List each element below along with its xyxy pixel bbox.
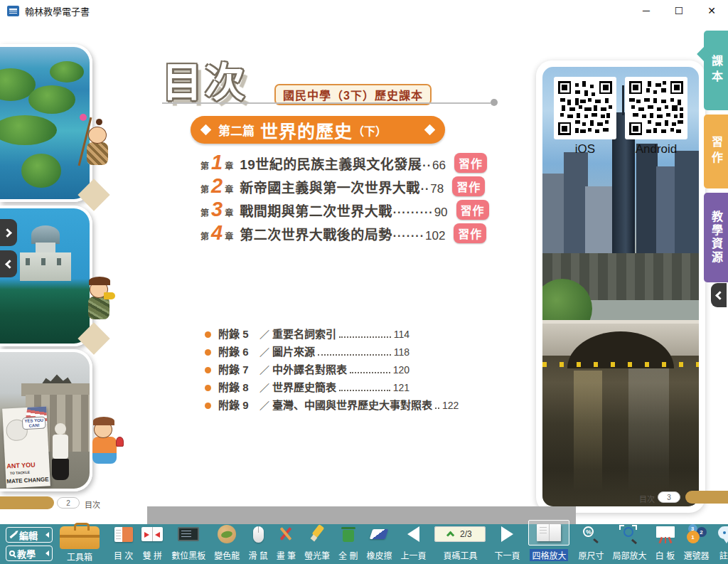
chapter-number: 1 (211, 151, 223, 174)
appendix-separator: ／ (259, 362, 269, 376)
tool-next-page[interactable]: 下一頁 (490, 523, 524, 561)
tool-whiteboard[interactable]: 白 板 (651, 523, 680, 561)
footer-label-right: 目次 (639, 493, 655, 504)
tool-toc[interactable]: 目 次 (109, 523, 137, 561)
dome-building (20, 225, 71, 281)
horizontal-scrollbar[interactable] (147, 506, 576, 524)
tab-teaching-resources[interactable]: 教學資源 (704, 193, 728, 282)
qr-code-android (625, 77, 687, 139)
workbook-badge[interactable]: 習作 (454, 223, 486, 243)
tool-prev-page[interactable]: 上一頁 (396, 523, 430, 561)
left-edge-prev-button[interactable] (0, 250, 17, 277)
trumpet (104, 292, 115, 299)
appendix-page: 122 (442, 400, 459, 411)
appendix-row[interactable]: 附錄 5 ／ 重要名詞索引 114 (205, 326, 410, 344)
poster-speech-bubble: YES YOUCAN! (22, 417, 46, 430)
spear-ornament (80, 114, 87, 121)
tab-textbook[interactable]: 課本 (704, 31, 728, 110)
appendix-page: 114 (394, 329, 410, 340)
chapter-title: 新帝國主義與第一次世界大戰 (240, 177, 420, 196)
chapter-row[interactable]: 第 2 章 新帝國主義與第一次世界大戰 ·· 78 習作 (200, 174, 489, 198)
chapter-title: 戰間期與第二次世界大戰 (240, 201, 392, 220)
workbook-badge[interactable]: 習作 (456, 200, 489, 220)
chapter-row[interactable]: 第 4 章 第二次世界大戰後的局勢 ······· 102 習作 (200, 221, 489, 245)
tool-delete-all[interactable]: 全 刪 (334, 523, 362, 561)
chapter-prefix: 第 (200, 183, 209, 195)
leader-dots: ·· (422, 159, 432, 172)
leader-dots (339, 336, 391, 338)
poster-text: TO TACKLE (10, 470, 30, 475)
right-edge-prev-button[interactable] (711, 283, 727, 307)
chameleon-icon (218, 525, 236, 543)
poster-text: MATE CHANGE (6, 476, 48, 484)
minimize-button[interactable]: ─ (630, 1, 663, 21)
appendix-separator: ／ (259, 344, 269, 358)
appendix-row[interactable]: 附錄 6 ／ 圖片來源 118 (205, 344, 410, 361)
workbook-badge[interactable]: 習作 (454, 153, 487, 173)
chapter-unit: 章 (225, 206, 233, 218)
appendix-row[interactable]: 附錄 8 ／ 世界歷史簡表 121 (205, 379, 410, 397)
bullet-dot-icon (205, 403, 211, 409)
chapter-row[interactable]: 第 1 章 19世紀的民族主義與文化發展 ·· 66 習作 (200, 151, 489, 174)
appendix-separator: ／ (259, 380, 269, 394)
page-number-input[interactable]: 2/3 (434, 526, 486, 542)
magnifier-percent-icon: % (582, 525, 600, 543)
toolbox-button[interactable]: 工具箱 (60, 526, 100, 563)
book-spread: YES YOUCAN! ANT YOU TO TACKLE MATE CHANG… (0, 21, 728, 524)
tool-pen[interactable]: 畫 筆 (272, 523, 300, 561)
tool-number-picker[interactable]: 3 2 1 選號器 (680, 523, 714, 561)
tool-region-zoom[interactable]: 局部放大 (608, 523, 651, 561)
tool-mouse[interactable]: 滑 鼠 (244, 523, 272, 561)
prev-page-icon (407, 526, 419, 542)
blackboard-icon (178, 527, 199, 541)
left-edge-next-button[interactable] (0, 219, 17, 246)
chevron-right-icon (3, 228, 12, 238)
chapter-page: 102 (425, 229, 445, 243)
toc-icon (114, 527, 133, 542)
chapter-row[interactable]: 第 3 章 戰間期與第二次世界大戰 ········· 90 習作 (200, 198, 489, 221)
leader-dots (339, 390, 390, 391)
teach-mode-button[interactable]: 教學 (6, 546, 53, 561)
microphone (116, 437, 124, 447)
chapter-number: 3 (211, 198, 223, 221)
diamond-icon (200, 124, 212, 136)
close-button[interactable]: ✕ (695, 1, 728, 21)
workbook-badge[interactable]: 習作 (452, 176, 485, 196)
footer-gold-bar (0, 496, 54, 509)
tool-annotation[interactable]: 註 釋 (714, 523, 728, 561)
tool-quad-zoom[interactable]: 四格放大 (524, 520, 574, 561)
footer-gold-bar (685, 491, 728, 504)
right-photo-panel: iOS Android (536, 60, 705, 513)
pencil-icon (9, 532, 16, 538)
appendix-list: 附錄 5 ／ 重要名詞索引 114 附錄 6 ／ 圖片來源 118 附錄 7 ／… (205, 326, 410, 415)
tool-original-size[interactable]: % 原尺寸 (574, 523, 608, 561)
tool-eraser[interactable]: 橡皮擦 (362, 523, 396, 561)
tool-dual-page[interactable]: 雙 拼 (137, 523, 167, 561)
river-water (542, 356, 699, 506)
tool-highlighter[interactable]: 螢光筆 (300, 523, 334, 561)
tool-chameleon[interactable]: 變色龍 (210, 523, 244, 561)
maximize-button[interactable]: ☐ (663, 1, 695, 21)
cartoon-tribal-character (78, 127, 108, 165)
toolbox-icon (60, 526, 100, 549)
tool-page-number[interactable]: 2/3 頁碼工具 (430, 523, 490, 561)
chapter-prefix: 第 (200, 230, 209, 242)
bullet-dot-icon (205, 367, 211, 373)
edit-mode-button[interactable]: 編輯 (6, 527, 53, 543)
photo-islands (0, 44, 92, 202)
appendix-row[interactable]: 附錄 7 ／ 中外譯名對照表 120 (205, 361, 410, 379)
divider-rule (162, 102, 491, 104)
tool-digital-blackboard[interactable]: 數位黑板 (167, 523, 210, 561)
tab-workbook[interactable]: 習作 (704, 115, 728, 188)
mouse-icon (253, 526, 264, 543)
appendix-row[interactable]: 附錄 9 ／ 臺灣、中國與世界歷史大事對照表 122 (205, 397, 410, 415)
title-bar: 翰林教學電子書 ─ ☐ ✕ (0, 0, 728, 21)
leader-dots: ······· (393, 230, 424, 243)
app-title: 翰林教學電子書 (25, 4, 90, 18)
character-body (92, 437, 117, 464)
whiteboard-icon (655, 525, 675, 543)
app-logo-icon (7, 6, 19, 16)
appendix-separator: ／ (259, 398, 269, 412)
triangle-left-icon (46, 550, 49, 556)
section-title: 世界的歷史 (260, 117, 353, 143)
